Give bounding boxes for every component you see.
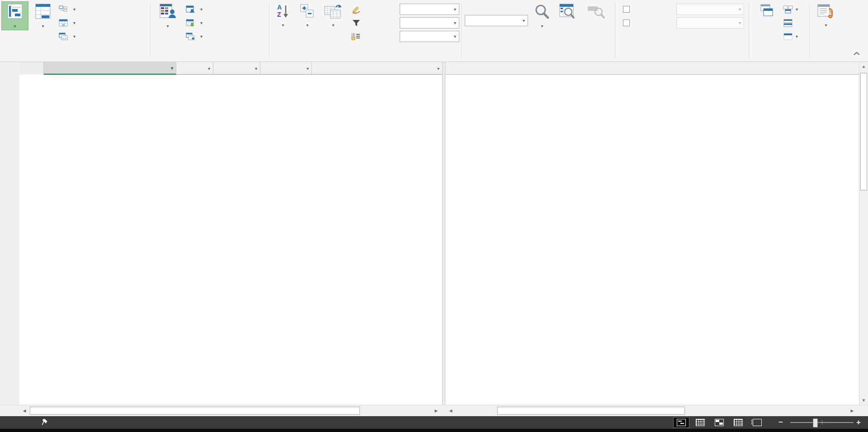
entire-project-button[interactable] (555, 2, 580, 21)
filter-caret-icon[interactable]: ▾ (171, 66, 173, 71)
arrange-all-button[interactable] (783, 17, 793, 28)
timescale-header[interactable] (445, 62, 859, 75)
chart-scroll-left-button[interactable]: ◀ (447, 407, 455, 415)
pushpin-icon (41, 419, 47, 426)
group-by-icon (351, 33, 360, 40)
highlight-control (351, 4, 364, 15)
collapse-ribbon-button[interactable] (853, 51, 861, 57)
resource-sheet-icon (186, 19, 195, 27)
gantt-chart-button[interactable]: ▾ (2, 2, 28, 30)
scroll-up-button[interactable]: ▲ (859, 62, 868, 71)
outline-button[interactable]: ▾ (296, 2, 319, 29)
chart-scroll-thumb[interactable] (497, 407, 685, 415)
filter-caret-icon[interactable]: ▾ (437, 66, 439, 71)
view-shortcut-team-planner[interactable] (712, 418, 727, 427)
highlight-dropdown[interactable]: ▾ (400, 4, 459, 15)
filter-caret-icon[interactable]: ▾ (255, 66, 257, 71)
select-all-corner[interactable] (19, 62, 44, 75)
view-label-strip (0, 62, 20, 405)
resource-sheet-view-icon (734, 419, 743, 426)
timeline-toggle[interactable] (623, 4, 632, 15)
timeline-dropdown[interactable]: ▾ (676, 4, 744, 15)
table-scroll-thumb[interactable] (30, 407, 360, 415)
sort-icon: A Z (277, 4, 289, 19)
view-shortcut-resource-sheet[interactable] (731, 418, 746, 427)
ribbon: ▾ ▾ ▾ (0, 0, 868, 62)
selected-tasks-button[interactable] (581, 2, 610, 21)
details-dropdown[interactable]: ▾ (676, 17, 744, 28)
window-bottom-edge (0, 429, 868, 432)
horizontal-scrollbar-row: ◀ ▶ ◀ ▶ (0, 405, 868, 416)
column-header-start[interactable]: ▾ (213, 62, 260, 75)
group-separator (461, 3, 462, 58)
timescale-dropdown[interactable]: ▾ (465, 15, 528, 26)
tables-icon (324, 4, 342, 19)
group-separator (269, 3, 269, 58)
selected-tasks-icon (587, 4, 605, 19)
view-shortcut-report[interactable] (750, 418, 765, 427)
zoom-slider-thumb[interactable] (813, 418, 818, 427)
team-planner-view-icon (715, 419, 724, 426)
other-views-icon (59, 33, 68, 40)
scroll-down-button[interactable]: ▼ (859, 396, 868, 405)
hide-window-icon (783, 33, 793, 41)
switch-windows-button[interactable]: ▾ (783, 4, 798, 15)
details-checkbox[interactable] (623, 19, 630, 26)
task-usage-button[interactable]: ▾ (30, 2, 56, 30)
column-header-task-name[interactable]: ▾ (44, 62, 176, 75)
resource-other-views-icon (186, 33, 195, 40)
gantt-chart-pane (445, 62, 859, 405)
filter-caret-icon[interactable]: ▾ (307, 66, 309, 71)
pane-splitter[interactable] (442, 62, 445, 405)
gantt-chart-caret: ▾ (14, 24, 16, 28)
group-separator (809, 3, 810, 58)
filter-dropdown[interactable]: ▾ (400, 17, 459, 28)
table-scroll-right-button[interactable]: ▶ (432, 407, 440, 415)
gantt-canvas[interactable] (445, 75, 859, 405)
zoom-in-button[interactable]: + (856, 418, 861, 427)
filter-icon (352, 19, 360, 27)
other-views-button[interactable]: ▾ (59, 31, 75, 42)
team-planner-button[interactable]: ▾ (154, 2, 182, 30)
resource-sheet-button[interactable]: ▾ (186, 17, 203, 28)
zoom-icon (534, 4, 550, 20)
resource-other-views-button[interactable]: ▾ (186, 31, 203, 42)
switch-windows-icon (783, 5, 793, 14)
group-by-control (351, 31, 363, 42)
view-shortcut-task-usage[interactable] (693, 418, 708, 427)
group-by-dropdown[interactable]: ▾ (400, 31, 459, 42)
zoom-button[interactable]: ▾ (531, 2, 553, 30)
filter-caret-icon[interactable]: ▾ (208, 66, 210, 71)
zoom-slider-tick (822, 420, 822, 425)
sort-button[interactable]: A Z ▾ (272, 2, 294, 29)
network-diagram-button[interactable]: ▾ (59, 4, 75, 15)
zoom-out-button[interactable]: − (778, 418, 783, 427)
column-header-duration[interactable]: ▾ (176, 62, 213, 75)
macros-button[interactable]: ▾ (813, 2, 839, 29)
outline-icon (300, 4, 315, 19)
highlight-icon (351, 5, 361, 14)
gantt-chart-icon (7, 4, 23, 19)
team-planner-icon (160, 4, 176, 19)
arrange-all-icon (783, 19, 793, 27)
svg-text:A: A (277, 4, 282, 11)
view-shortcut-gantt[interactable] (674, 418, 689, 427)
svg-text:Z: Z (277, 11, 281, 18)
vertical-scroll-thumb[interactable] (860, 73, 867, 190)
resource-usage-button[interactable]: ▾ (186, 4, 203, 15)
column-header-finish[interactable]: ▾ (260, 62, 312, 75)
new-window-button[interactable] (752, 2, 780, 20)
table-scroll-left-button[interactable]: ◀ (20, 407, 28, 415)
chart-scroll-right-button[interactable]: ▶ (848, 407, 856, 415)
details-toggle[interactable] (623, 17, 632, 28)
group-separator (150, 3, 151, 58)
calendar-button[interactable]: ▾ (59, 17, 75, 28)
tables-button[interactable]: ▾ (322, 2, 344, 29)
new-window-icon (758, 4, 774, 18)
vertical-scrollbar[interactable]: ▲ ▼ (859, 62, 868, 405)
hide-window-button[interactable]: ▾ (783, 31, 798, 42)
resource-usage-icon (186, 5, 195, 13)
timeline-checkbox[interactable] (623, 6, 630, 13)
entire-project-icon (559, 4, 576, 19)
column-header-notes[interactable]: ▾ (312, 62, 442, 75)
